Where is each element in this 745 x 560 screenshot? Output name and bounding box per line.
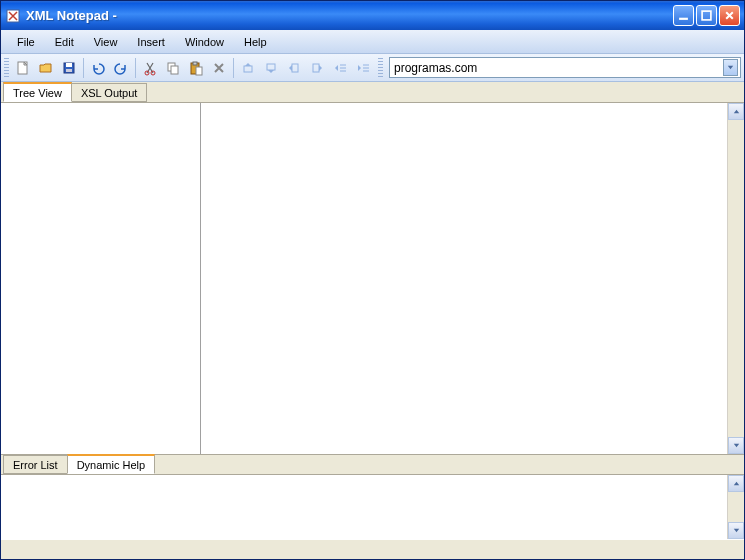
outdent-icon[interactable] bbox=[329, 57, 351, 79]
tab-error-list[interactable]: Error List bbox=[3, 455, 68, 474]
nudge-left-icon[interactable] bbox=[283, 57, 305, 79]
menu-bar: File Edit View Insert Window Help bbox=[1, 30, 744, 54]
tab-tree-view[interactable]: Tree View bbox=[3, 82, 72, 102]
menu-window[interactable]: Window bbox=[175, 33, 234, 51]
tab-label: Dynamic Help bbox=[77, 459, 145, 471]
paste-icon[interactable] bbox=[185, 57, 207, 79]
tab-label: Tree View bbox=[13, 87, 62, 99]
undo-icon[interactable] bbox=[87, 57, 109, 79]
window-title: XML Notepad - bbox=[26, 8, 673, 23]
app-icon bbox=[5, 8, 21, 24]
close-button[interactable] bbox=[719, 5, 740, 26]
maximize-button[interactable] bbox=[696, 5, 717, 26]
status-bar bbox=[1, 539, 744, 559]
menu-view[interactable]: View bbox=[84, 33, 128, 51]
copy-icon[interactable] bbox=[162, 57, 184, 79]
address-dropdown-icon[interactable] bbox=[723, 59, 738, 76]
content-pane bbox=[201, 103, 744, 454]
redo-icon[interactable] bbox=[110, 57, 132, 79]
nudge-right-icon[interactable] bbox=[306, 57, 328, 79]
save-file-icon[interactable] bbox=[58, 57, 80, 79]
minimize-button[interactable] bbox=[673, 5, 694, 26]
scroll-track[interactable] bbox=[728, 492, 744, 522]
svg-rect-6 bbox=[66, 69, 72, 72]
svg-rect-2 bbox=[702, 11, 711, 20]
svg-rect-5 bbox=[66, 63, 72, 67]
nudge-up-icon[interactable] bbox=[237, 57, 259, 79]
vertical-scrollbar[interactable] bbox=[727, 103, 744, 454]
scroll-up-icon[interactable] bbox=[728, 103, 744, 120]
open-file-icon[interactable] bbox=[35, 57, 57, 79]
svg-rect-13 bbox=[196, 67, 202, 75]
bottom-scrollbar[interactable] bbox=[727, 475, 744, 539]
nudge-down-icon[interactable] bbox=[260, 57, 282, 79]
menu-help[interactable]: Help bbox=[234, 33, 277, 51]
svg-rect-16 bbox=[292, 64, 298, 72]
address-text: programas.com bbox=[394, 61, 723, 75]
tab-label: Error List bbox=[13, 459, 58, 471]
scroll-up-icon[interactable] bbox=[728, 475, 744, 492]
scroll-down-icon[interactable] bbox=[728, 522, 744, 539]
toolbar-grip[interactable] bbox=[4, 58, 9, 78]
content-inner[interactable] bbox=[201, 103, 727, 454]
tab-xsl-output[interactable]: XSL Output bbox=[71, 83, 147, 102]
bottom-tab-strip: Error List Dynamic Help bbox=[1, 454, 744, 475]
tab-dynamic-help[interactable]: Dynamic Help bbox=[67, 454, 155, 474]
help-content[interactable] bbox=[1, 475, 727, 539]
new-file-icon[interactable] bbox=[12, 57, 34, 79]
svg-rect-14 bbox=[244, 66, 252, 72]
title-bar: XML Notepad - bbox=[1, 1, 744, 30]
svg-rect-15 bbox=[267, 64, 275, 70]
menu-file[interactable]: File bbox=[7, 33, 45, 51]
svg-rect-12 bbox=[193, 62, 197, 65]
top-tab-strip: Tree View XSL Output bbox=[1, 82, 744, 103]
cut-icon[interactable] bbox=[139, 57, 161, 79]
menu-edit[interactable]: Edit bbox=[45, 33, 84, 51]
tab-label: XSL Output bbox=[81, 87, 137, 99]
svg-rect-1 bbox=[679, 18, 688, 20]
indent-icon[interactable] bbox=[352, 57, 374, 79]
svg-rect-10 bbox=[171, 66, 178, 74]
svg-rect-17 bbox=[313, 64, 319, 72]
scroll-down-icon[interactable] bbox=[728, 437, 744, 454]
address-box[interactable]: programas.com bbox=[389, 57, 741, 78]
menu-insert[interactable]: Insert bbox=[127, 33, 175, 51]
tree-pane[interactable] bbox=[1, 103, 201, 454]
scroll-track[interactable] bbox=[728, 120, 744, 437]
toolbar-grip-2[interactable] bbox=[378, 58, 383, 78]
delete-icon[interactable] bbox=[208, 57, 230, 79]
bottom-panel bbox=[1, 475, 744, 539]
toolbar: programas.com bbox=[1, 54, 744, 82]
main-area bbox=[1, 103, 744, 454]
